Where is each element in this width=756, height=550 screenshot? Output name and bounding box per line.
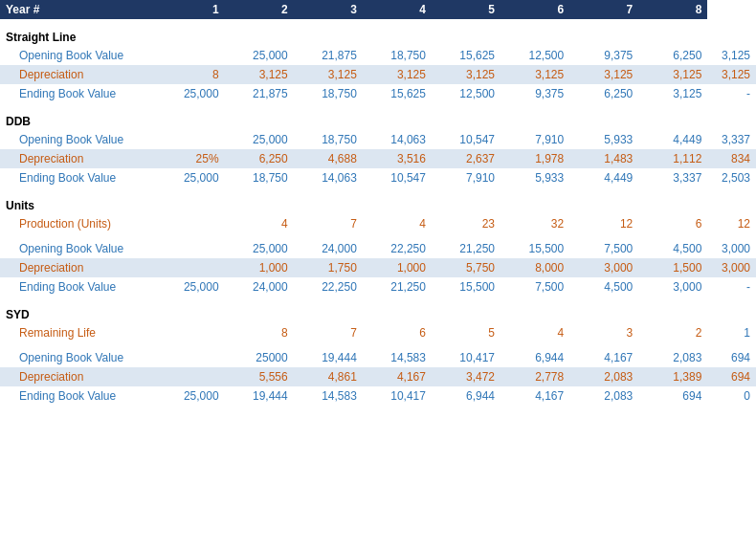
header-col4: 4	[363, 0, 432, 19]
cell-value: 1,000	[363, 258, 432, 277]
cell-value: 1,500	[638, 258, 707, 277]
cell-value: 18,750	[225, 168, 294, 187]
cell-value: 2,083	[569, 386, 638, 406]
cell-value: 24,000	[225, 277, 294, 297]
cell-value: 14,063	[294, 168, 363, 187]
cell-value: 21,250	[432, 239, 500, 258]
table-row: Production (Units)474233212612	[0, 214, 756, 233]
cell-value: 3,125	[500, 65, 569, 84]
cell-value: 25,000	[225, 239, 294, 258]
header-col1: 1	[156, 0, 225, 19]
cell-value: 14,583	[363, 348, 432, 367]
cell-value: 9,375	[569, 46, 638, 65]
cell-value: 25,000	[225, 46, 294, 65]
cell-value: 15,500	[500, 239, 569, 258]
cell-value: 3,516	[363, 149, 432, 168]
cell-value: 8,000	[500, 258, 569, 277]
cell-value: 3,472	[432, 367, 500, 386]
header-col8: 8	[638, 0, 707, 19]
cell-value: 1,000	[225, 258, 294, 277]
section-header-1: DDB	[0, 103, 756, 130]
cell-value: 834	[707, 149, 756, 168]
cell-value: 6	[363, 323, 432, 342]
table-row: Opening Book Value25,00024,00022,25021,2…	[0, 239, 756, 258]
table-row: Opening Book Value25,00021,87518,75015,6…	[0, 46, 756, 65]
cell-value: 5,933	[500, 168, 569, 187]
row-label: Ending Book Value	[0, 84, 156, 103]
cell-value: 7,500	[569, 239, 638, 258]
cell-value: 3,125	[638, 65, 707, 84]
table-row: Depreciation5,5564,8614,1673,4722,7782,0…	[0, 367, 756, 386]
header-col6: 6	[500, 0, 569, 19]
cell-value: 4,167	[569, 348, 638, 367]
row-label: Production (Units)	[0, 214, 156, 233]
cell-value: 2,637	[432, 149, 500, 168]
cell-value: 4,167	[500, 386, 569, 406]
cell-value: 3,000	[707, 239, 756, 258]
cell-value: 4	[225, 214, 294, 233]
cell-value: 4,861	[294, 367, 363, 386]
row-label: Opening Book Value	[0, 130, 156, 149]
cell-value: 2,778	[500, 367, 569, 386]
cell-value: 5	[432, 323, 500, 342]
cell-value: 22,250	[294, 277, 363, 297]
row-prefix: 25,000	[156, 84, 225, 103]
row-label: Depreciation	[0, 149, 156, 168]
cell-value: 1,112	[638, 149, 707, 168]
row-prefix: 25,000	[156, 277, 225, 297]
cell-value: 6,944	[432, 386, 500, 406]
cell-value: 21,250	[363, 277, 432, 297]
header-year: Year #	[0, 0, 156, 19]
section-header-2: Units	[0, 187, 756, 214]
cell-value: 1,483	[569, 149, 638, 168]
cell-value: 10,417	[432, 348, 500, 367]
row-prefix	[156, 367, 225, 386]
row-prefix	[156, 258, 225, 277]
cell-value: 15,500	[432, 277, 500, 297]
cell-value: 9,375	[500, 84, 569, 103]
table-row: Ending Book Value25,00021,87518,75015,62…	[0, 84, 756, 103]
cell-value: 6,250	[225, 149, 294, 168]
cell-value: 1,978	[500, 149, 569, 168]
cell-value: 1	[707, 323, 756, 342]
row-label: Ending Book Value	[0, 168, 156, 187]
row-label: Depreciation	[0, 367, 156, 386]
cell-value: 12,500	[500, 46, 569, 65]
cell-value: 5,750	[432, 258, 500, 277]
cell-value: 3,337	[638, 168, 707, 187]
table-row: Ending Book Value25,00018,75014,06310,54…	[0, 168, 756, 187]
cell-value: 4,449	[569, 168, 638, 187]
cell-value: 3,125	[294, 65, 363, 84]
table-row: Ending Book Value25,00019,44414,58310,41…	[0, 386, 756, 406]
row-prefix	[156, 46, 225, 65]
cell-value: -	[707, 84, 756, 103]
section-header-3: SYD	[0, 297, 756, 323]
cell-value: 7	[294, 214, 363, 233]
cell-value: 7	[294, 323, 363, 342]
cell-value: 4,688	[294, 149, 363, 168]
cell-value: 3,125	[707, 46, 756, 65]
cell-value: 10,417	[363, 386, 432, 406]
row-prefix	[156, 214, 225, 233]
cell-value: 3,337	[707, 130, 756, 149]
cell-value: 0	[707, 386, 756, 406]
table-row: Depreciation25%6,2504,6883,5162,6371,978…	[0, 149, 756, 168]
cell-value: 6,250	[569, 84, 638, 103]
table-row: Remaining Life87654321	[0, 323, 756, 342]
cell-value: 21,875	[225, 84, 294, 103]
row-label: Ending Book Value	[0, 386, 156, 406]
cell-value: 694	[707, 348, 756, 367]
cell-value: 3,125	[225, 65, 294, 84]
table-row: Opening Book Value2500019,44414,58310,41…	[0, 348, 756, 367]
cell-value: 4,500	[638, 239, 707, 258]
cell-value: 2,503	[707, 168, 756, 187]
cell-value: 5,933	[569, 130, 638, 149]
cell-value: 4,449	[638, 130, 707, 149]
cell-value: -	[707, 277, 756, 297]
section-header-0: Straight Line	[0, 19, 756, 46]
header-col5: 5	[432, 0, 500, 19]
cell-value: 8	[225, 323, 294, 342]
row-prefix: 25%	[156, 149, 225, 168]
table-row: Ending Book Value25,00024,00022,25021,25…	[0, 277, 756, 297]
table-row: Opening Book Value25,00018,75014,06310,5…	[0, 130, 756, 149]
